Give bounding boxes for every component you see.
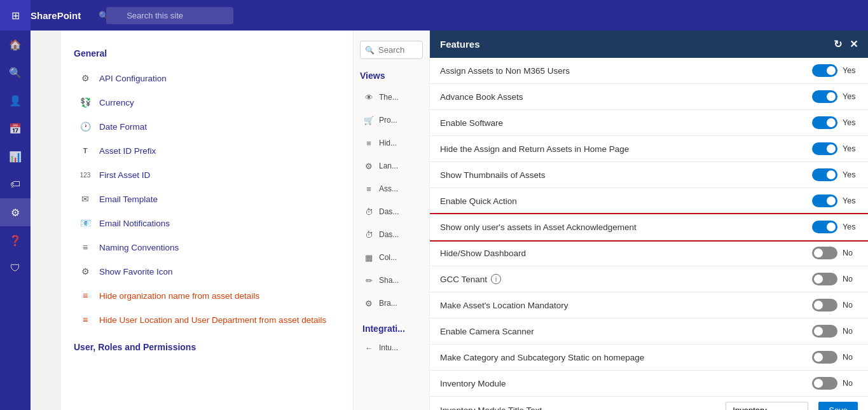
feature-row-asset-location-mandatory: Make Asset's Location Mandatory No bbox=[430, 292, 868, 318]
views-item-10-icon: ⚙ bbox=[362, 297, 375, 310]
general-section-title: General bbox=[74, 48, 340, 58]
toggle-label-11: No bbox=[843, 353, 858, 362]
integration-item-1[interactable]: ← Intu... bbox=[360, 338, 423, 358]
views-item-8[interactable]: ▦ Col... bbox=[360, 247, 423, 268]
currency-icon: 💱 bbox=[78, 95, 93, 110]
settings-item-first-asset-id[interactable]: 123 First Asset ID bbox=[74, 163, 340, 187]
settings-item-label: API Configuration bbox=[99, 74, 167, 83]
feature-right-0: Yes bbox=[812, 64, 858, 77]
settings-item-label: Currency bbox=[99, 98, 134, 107]
close-icon[interactable]: ✕ bbox=[850, 38, 858, 50]
settings-item-email-template[interactable]: ✉ Email Template bbox=[74, 187, 340, 211]
views-item-3[interactable]: ≡ Hid... bbox=[360, 133, 423, 153]
views-item-5[interactable]: ≡ Ass... bbox=[360, 179, 423, 199]
toggle-assign-non-m365[interactable] bbox=[812, 64, 837, 77]
toggle-label-0: Yes bbox=[843, 66, 858, 75]
settings-item-email-notifications[interactable]: 📧 Email Notifications bbox=[74, 211, 340, 235]
views-item-9-icon: ✏ bbox=[362, 274, 375, 287]
settings-item-currency[interactable]: 💱 Currency bbox=[74, 90, 340, 114]
settings-item-date-format[interactable]: 🕐 Date Format bbox=[74, 114, 340, 139]
email-notifications-icon: 📧 bbox=[78, 215, 93, 231]
views-item-9[interactable]: ✏ Sha... bbox=[360, 270, 423, 290]
feature-label-advance-book: Advance Book Assets bbox=[440, 92, 523, 102]
views-item-7[interactable]: ⏱ Das... bbox=[360, 224, 423, 245]
settings-item-hide-org-name[interactable]: ≡ Hide organization name from asset deta… bbox=[74, 284, 340, 308]
nav-question[interactable]: ❓ bbox=[0, 226, 31, 254]
feature-label-inventory-title-text: Inventory Module Title Text bbox=[440, 406, 542, 410]
nav-person[interactable]: 👤 bbox=[0, 86, 31, 114]
features-header-actions: ↻ ✕ bbox=[834, 38, 858, 50]
feature-label-enable-software: Enable Software bbox=[440, 118, 503, 128]
toggle-advance-book[interactable] bbox=[812, 90, 837, 103]
feature-label-hide-assign-return: Hide the Assign and Return Assets in Hom… bbox=[440, 144, 629, 154]
toggle-hide-show-dashboard[interactable] bbox=[812, 247, 837, 259]
features-title: Features bbox=[440, 39, 480, 50]
app-logo: SharePoint bbox=[31, 10, 81, 21]
settings-item-label: Date Format bbox=[99, 122, 147, 132]
feature-row-enable-quick-action: Enable Quick Action Yes bbox=[430, 188, 868, 214]
nav-search[interactable]: 🔍 bbox=[0, 58, 31, 86]
toggle-enable-quick-action[interactable] bbox=[812, 195, 837, 207]
refresh-icon[interactable]: ↻ bbox=[834, 38, 842, 50]
nav-shield[interactable]: 🛡 bbox=[0, 254, 31, 282]
feature-label-assign-non-m365: Assign Assets to Non M365 Users bbox=[440, 66, 570, 76]
feature-right-4: Yes bbox=[812, 168, 858, 181]
views-item-3-icon: ≡ bbox=[362, 137, 375, 149]
toggle-label-4: Yes bbox=[843, 170, 858, 179]
settings-item-show-favorite-icon[interactable]: ⚙ Show Favorite Icon bbox=[74, 259, 340, 284]
nav-tag[interactable]: 🏷 bbox=[0, 170, 31, 198]
toggle-hide-assign-return[interactable] bbox=[812, 142, 837, 155]
settings-item-asset-id-prefix[interactable]: T Asset ID Prefix bbox=[74, 139, 340, 163]
header-search-input[interactable] bbox=[106, 7, 233, 24]
nav-calendar[interactable]: 📅 bbox=[0, 114, 31, 142]
toggle-inventory-module[interactable] bbox=[812, 377, 837, 390]
header-search-icon: 🔍 bbox=[99, 11, 109, 20]
settings-item-naming-conventions[interactable]: ≡ Naming Conventions bbox=[74, 235, 340, 259]
settings-item-hide-user-location[interactable]: ≡ Hide User Location and User Department… bbox=[74, 308, 340, 332]
inventory-title-input[interactable] bbox=[726, 402, 808, 410]
toggle-label-1: Yes bbox=[843, 92, 858, 101]
settings-item-label: Show Favorite Icon bbox=[99, 267, 173, 277]
toggle-label-5: Yes bbox=[843, 196, 858, 205]
nav-chart[interactable]: 📊 bbox=[0, 142, 31, 170]
toggle-label-10: No bbox=[843, 327, 858, 336]
feature-right-10: No bbox=[812, 325, 858, 338]
views-item-8-icon: ▦ bbox=[362, 251, 375, 264]
date-format-icon: 🕐 bbox=[78, 119, 93, 134]
toggle-label-12: No bbox=[843, 379, 858, 388]
toggle-asset-location-mandatory[interactable] bbox=[812, 299, 837, 311]
nav-gear[interactable]: ⚙ bbox=[0, 198, 31, 226]
views-item-10[interactable]: ⚙ Bra... bbox=[360, 293, 423, 313]
feature-right-7: No bbox=[812, 247, 858, 259]
views-item-6[interactable]: ⏱ Das... bbox=[360, 202, 423, 222]
toggle-enable-camera-scanner[interactable] bbox=[812, 325, 837, 338]
toggle-gcc-tenant[interactable] bbox=[812, 273, 837, 285]
grid-icon[interactable]: ⊞ bbox=[11, 10, 20, 22]
save-button[interactable]: Save bbox=[818, 402, 858, 410]
email-template-icon: ✉ bbox=[78, 191, 93, 207]
feature-row-hide-show-dashboard: Hide/Show Dashboard No bbox=[430, 240, 868, 266]
toggle-category-static[interactable] bbox=[812, 351, 837, 364]
feature-label-gcc-tenant: GCC Tenant i bbox=[440, 274, 501, 284]
gcc-tenant-info-icon[interactable]: i bbox=[491, 274, 501, 284]
toggle-enable-software[interactable] bbox=[812, 116, 837, 129]
toggle-show-only-user-assets[interactable] bbox=[812, 221, 837, 233]
views-item-4[interactable]: ⚙ Lan... bbox=[360, 156, 423, 176]
feature-right-12: No bbox=[812, 377, 858, 390]
header-search-wrap: 🔍 bbox=[93, 7, 233, 24]
nav-home[interactable]: 🏠 bbox=[0, 31, 31, 58]
views-item-1[interactable]: 👁 The... bbox=[360, 87, 423, 107]
views-search-icon: 🔍 bbox=[365, 46, 375, 55]
header: SharePoint 🔍 bbox=[0, 0, 868, 31]
views-item-2[interactable]: 🛒 Pro... bbox=[360, 110, 423, 130]
views-item-7-icon: ⏱ bbox=[362, 228, 375, 241]
feature-row-inventory-title-text: Inventory Module Title Text Save bbox=[430, 397, 868, 410]
toggle-label-7: No bbox=[843, 249, 858, 257]
toggle-show-thumbnails[interactable] bbox=[812, 168, 837, 181]
feature-right-1: Yes bbox=[812, 90, 858, 103]
user-roles-section-title: User, Roles and Permissions bbox=[74, 342, 340, 352]
main-container: General ⚙ API Configuration 💱 Currency 🕐… bbox=[61, 31, 868, 410]
settings-item-label: Email Notifications bbox=[99, 219, 170, 228]
settings-item-api-config[interactable]: ⚙ API Configuration bbox=[74, 66, 340, 90]
feature-label-inventory-module: Inventory Module bbox=[440, 379, 506, 388]
